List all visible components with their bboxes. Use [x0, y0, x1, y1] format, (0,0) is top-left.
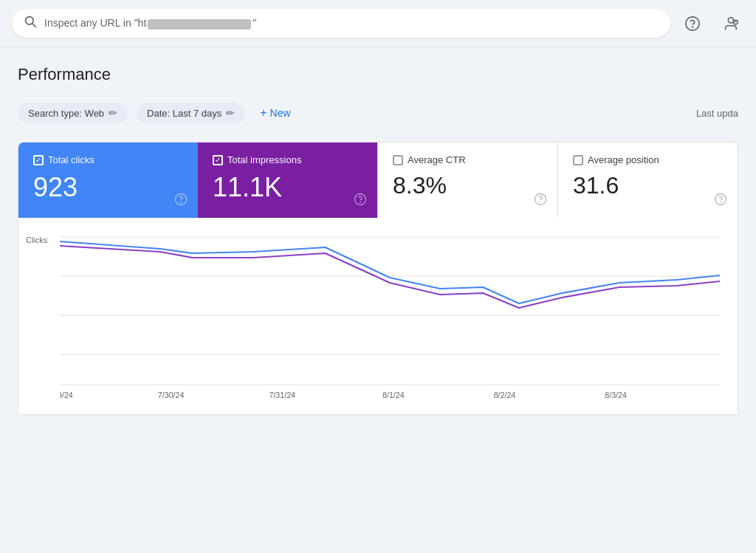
- metric-impressions-help-icon[interactable]: [354, 193, 367, 209]
- top-icons: [679, 10, 744, 37]
- search-type-label: Search type: Web: [28, 108, 104, 119]
- svg-point-8: [181, 202, 182, 203]
- filter-bar: Search type: Web ✏ Date: Last 7 days ✏ +…: [18, 102, 738, 124]
- chart-container: Clicks 150 100 50 0 7/29/24 7/30/24 7/31…: [18, 218, 738, 415]
- svg-text:8/1/24: 8/1/24: [382, 391, 405, 399]
- svg-point-5: [734, 20, 738, 24]
- search-text-after: ": [252, 17, 256, 29]
- svg-point-7: [176, 194, 187, 205]
- metric-impressions-header: Total impressions: [213, 154, 362, 165]
- chart-y-label: Clicks: [26, 236, 47, 244]
- search-type-filter[interactable]: Search type: Web ✏: [18, 103, 128, 123]
- svg-text:7/29/24: 7/29/24: [60, 391, 73, 399]
- svg-point-14: [721, 202, 721, 203]
- svg-text:7/30/24: 7/30/24: [158, 391, 185, 399]
- metric-clicks-label: Total clicks: [48, 154, 94, 165]
- metric-position-help-icon[interactable]: [714, 193, 727, 209]
- metric-clicks-help-icon[interactable]: [174, 193, 188, 209]
- svg-point-12: [540, 202, 541, 203]
- metric-clicks-header: Total clicks: [33, 154, 183, 165]
- metric-total-clicks[interactable]: Total clicks 923: [18, 142, 198, 218]
- new-label: New: [270, 107, 291, 119]
- metric-position-checkbox[interactable]: [573, 155, 583, 165]
- metric-impressions-label: Total impressions: [227, 154, 301, 165]
- metric-clicks-value: 923: [33, 171, 183, 203]
- chart-svg: 150 100 50 0 7/29/24 7/30/24 7/31/24 8/1…: [60, 230, 720, 399]
- search-icon: [24, 15, 37, 32]
- account-settings-icon-button[interactable]: [718, 10, 744, 37]
- metric-position-value: 31.6: [573, 171, 723, 199]
- metric-impressions-value: 11.1K: [213, 171, 362, 203]
- search-box[interactable]: Inspect any URL in "ht": [12, 9, 670, 38]
- metric-ctr-label: Average CTR: [408, 154, 466, 165]
- help-icon-button[interactable]: [679, 10, 706, 37]
- search-redacted: [148, 19, 251, 30]
- page-title: Performance: [18, 65, 738, 84]
- date-label: Date: Last 7 days: [147, 108, 221, 119]
- metrics-row: Total clicks 923 Total impressions 11.1K: [18, 142, 738, 218]
- edit-search-type-icon: ✏: [109, 107, 117, 119]
- metric-average-ctr[interactable]: Average CTR 8.3%: [377, 142, 557, 218]
- metric-position-label: Average position: [588, 154, 659, 165]
- main-content: Performance Search type: Web ✏ Date: Las…: [0, 47, 756, 415]
- svg-point-11: [535, 194, 546, 205]
- svg-point-9: [355, 194, 366, 205]
- metric-ctr-value: 8.3%: [393, 171, 543, 199]
- metric-ctr-help-icon[interactable]: [534, 193, 547, 209]
- svg-line-1: [32, 24, 36, 27]
- svg-text:8/2/24: 8/2/24: [494, 391, 516, 399]
- search-text-before: Inspect any URL in "ht: [44, 17, 146, 29]
- top-bar: Inspect any URL in "ht": [0, 0, 756, 47]
- svg-text:7/31/24: 7/31/24: [269, 391, 295, 399]
- svg-text:8/3/24: 8/3/24: [605, 391, 627, 399]
- metric-impressions-checkbox[interactable]: [213, 155, 223, 165]
- metric-ctr-header: Average CTR: [393, 154, 543, 165]
- new-filter-button[interactable]: + New: [254, 102, 296, 124]
- metric-ctr-checkbox[interactable]: [393, 155, 403, 165]
- metric-total-impressions[interactable]: Total impressions 11.1K: [198, 142, 377, 218]
- svg-point-10: [360, 202, 361, 203]
- metric-position-header: Average position: [573, 154, 723, 165]
- svg-point-3: [693, 27, 693, 27]
- last-update-text: Last upda: [696, 108, 738, 119]
- metric-average-position[interactable]: Average position 31.6: [557, 142, 738, 218]
- svg-point-4: [728, 17, 733, 22]
- svg-point-2: [686, 16, 699, 30]
- edit-date-icon: ✏: [226, 107, 235, 119]
- date-filter[interactable]: Date: Last 7 days ✏: [137, 103, 245, 123]
- metric-clicks-checkbox[interactable]: [33, 155, 44, 165]
- plus-icon: +: [260, 106, 267, 120]
- svg-point-13: [715, 194, 726, 205]
- search-placeholder-text: Inspect any URL in "ht": [44, 17, 659, 29]
